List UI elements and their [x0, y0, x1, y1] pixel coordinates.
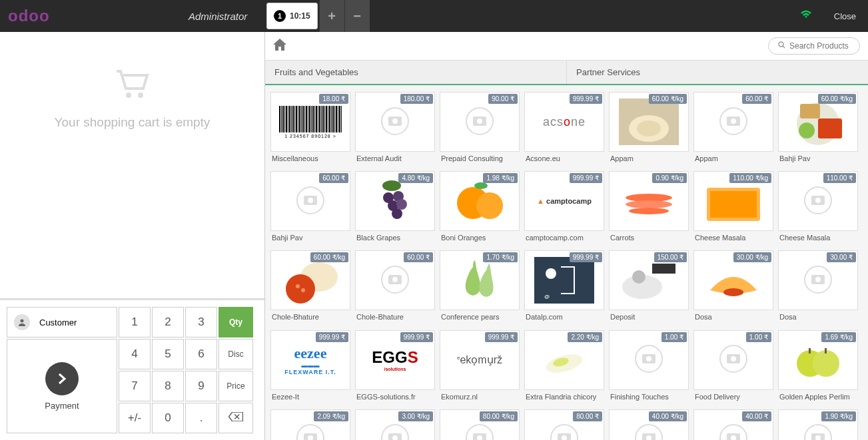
product-name: Boni Oranges: [440, 231, 520, 245]
product-card[interactable]: 999.99 ₹▲ camptocampcamptocamp.com: [524, 171, 604, 245]
numpad-1[interactable]: 1: [119, 307, 151, 337]
numpad-7[interactable]: 7: [119, 371, 151, 401]
numpad-backspace[interactable]: [218, 403, 253, 433]
logo-image: ▲ camptocamp: [537, 197, 592, 205]
food-image: [788, 99, 848, 145]
numpad-qty[interactable]: Qty: [218, 307, 253, 337]
product-card[interactable]: 18.00 ₹1 234567 890128 >Miscellaneous: [270, 92, 350, 166]
product-card[interactable]: 60.00 ₹Bahji Pav: [270, 171, 350, 245]
product-card[interactable]: 40.00 ₹: [693, 409, 773, 440]
product-card[interactable]: 0.90 ₹/kgCarrots: [609, 171, 689, 245]
logo-image: eezee▬▬▬FLEXWARE I.T.: [284, 345, 336, 375]
product-card[interactable]: 150.00 ₹Deposit: [609, 250, 689, 324]
placeholder-icon: [634, 423, 663, 440]
numpad-5[interactable]: 5: [152, 339, 184, 369]
placeholder-icon: [380, 107, 410, 138]
placeholder-icon: [803, 265, 833, 296]
product-name: Datalp.com: [524, 310, 604, 324]
search-input[interactable]: [789, 41, 856, 51]
numpad-6[interactable]: 6: [185, 339, 217, 369]
product-card[interactable]: 1.00 ₹Finishing Touches: [609, 330, 689, 404]
svg-rect-69: [825, 348, 827, 353]
customer-label: Customer: [39, 318, 77, 328]
product-card[interactable]: 180.00 ₹External Audit: [355, 92, 435, 166]
product-card[interactable]: 1.00 ₹Food Delivery: [693, 330, 773, 404]
order-time: 10:15: [290, 11, 310, 21]
product-card[interactable]: 1.69 ₹/kgGolden Apples Perlim: [778, 330, 858, 404]
numpad-0[interactable]: 0: [152, 403, 184, 433]
price-tag: 999.99 ₹: [570, 94, 602, 104]
svg-point-44: [301, 288, 305, 292]
product-card[interactable]: 110.00 ₹Cheese Masala: [778, 171, 858, 245]
product-card[interactable]: 60.00 ₹Appam: [693, 92, 773, 166]
product-card[interactable]: 1.70 ₹/kgConference pears: [440, 250, 520, 324]
product-card[interactable]: 110.00 ₹/kgCheese Masala: [693, 171, 773, 245]
numpad-2[interactable]: 2: [152, 307, 184, 337]
products-scroll[interactable]: 18.00 ₹1 234567 890128 >Miscellaneous180…: [265, 85, 868, 440]
payment-arrow-icon: [45, 362, 79, 395]
product-card[interactable]: 999.99 ₹@Datalp.com: [524, 250, 604, 324]
price-tag: 40.00 ₹/kg: [649, 411, 687, 421]
product-name: Golden Apples Perlim: [778, 390, 858, 404]
product-card[interactable]: 999.99 ₹EGGS/solutionsEGGS-solutions.fr: [355, 330, 435, 404]
price-tag: 1.00 ₹: [746, 332, 771, 342]
product-card[interactable]: 999.99 ₹acsoneAcsone.eu: [524, 92, 604, 166]
order-tab-current[interactable]: 1 10:15: [266, 3, 318, 29]
remove-order-button[interactable]: −: [344, 0, 370, 32]
home-icon[interactable]: [273, 39, 286, 54]
category-0[interactable]: Fruits and Vegetables: [265, 61, 567, 84]
add-order-button[interactable]: +: [319, 0, 344, 32]
numpad-dot[interactable]: .: [185, 403, 217, 433]
price-tag: 40.00 ₹: [742, 411, 771, 421]
product-card[interactable]: 60.00 ₹Chole-Bhature: [355, 250, 435, 324]
logo-image: eekọmu̧rž: [457, 353, 502, 366]
numpad-sign[interactable]: +/-: [119, 403, 151, 433]
logo-image: @: [534, 257, 594, 304]
product-card[interactable]: 40.00 ₹/kg: [609, 409, 689, 440]
numpad-3[interactable]: 3: [185, 307, 217, 337]
price-tag: 110.00 ₹: [823, 173, 856, 183]
price-tag: 1.00 ₹: [661, 332, 687, 342]
price-tag: 150.00 ₹: [654, 252, 687, 262]
product-card[interactable]: 30.00 ₹Dosa: [778, 250, 858, 324]
numpad-9[interactable]: 9: [185, 371, 217, 401]
placeholder-icon: [296, 423, 325, 440]
customer-button[interactable]: Customer: [7, 307, 117, 337]
food-image: [280, 257, 340, 304]
product-card[interactable]: 60.00 ₹/kgAppam: [609, 92, 689, 166]
product-card[interactable]: 60.00 ₹/kgBahji Pav: [778, 92, 858, 166]
product-card[interactable]: 1.90 ₹/kg: [778, 409, 858, 440]
product-card[interactable]: 999.99 ₹eekọmu̧ržEkomurz.nl: [440, 330, 520, 404]
product-card[interactable]: 80.00 ₹/kg: [440, 409, 520, 440]
product-card[interactable]: 2.20 ₹/kgExtra Flandria chicory: [524, 330, 604, 404]
product-card[interactable]: 999.99 ₹eezee▬▬▬FLEXWARE I.T.Eezee-It: [270, 330, 350, 404]
price-tag: 180.00 ₹: [400, 94, 433, 104]
svg-point-28: [396, 199, 407, 210]
product-name: Eezee-It: [270, 390, 350, 404]
svg-point-7: [392, 118, 398, 124]
category-1[interactable]: Partner Services: [567, 61, 868, 84]
search-box[interactable]: [768, 37, 860, 55]
product-name: Cheese Masala: [693, 231, 773, 245]
product-card[interactable]: 90.00 ₹Prepaid Consulting: [440, 92, 520, 166]
numpad-price[interactable]: Price: [218, 371, 253, 401]
payment-button[interactable]: Payment: [7, 339, 117, 433]
username[interactable]: Administrator: [189, 11, 247, 22]
product-card[interactable]: 2.09 ₹/kg: [270, 409, 350, 440]
product-card[interactable]: 60.00 ₹/kgChole-Bhature: [270, 250, 350, 324]
product-name: Conference pears: [440, 310, 520, 324]
product-name: Chole-Bhature: [355, 310, 435, 324]
product-card[interactable]: 80.00 ₹: [524, 409, 604, 440]
product-card[interactable]: 30.00 ₹/kgDosa: [693, 250, 773, 324]
product-card[interactable]: 3.00 ₹/kg: [355, 409, 435, 440]
numpad-8[interactable]: 8: [152, 371, 184, 401]
cart-area: Your shopping cart is empty: [0, 32, 264, 298]
close-button[interactable]: Close: [822, 11, 868, 21]
product-card[interactable]: 1.98 ₹/kgBoni Oranges: [440, 171, 520, 245]
product-name: Finishing Touches: [609, 390, 689, 404]
numpad-disc[interactable]: Disc: [218, 339, 253, 369]
numpad-4[interactable]: 4: [119, 339, 151, 369]
product-name: Bahji Pav: [778, 152, 858, 166]
svg-point-34: [626, 200, 672, 208]
product-card[interactable]: 4.80 ₹/kgBlack Grapes: [355, 171, 435, 245]
